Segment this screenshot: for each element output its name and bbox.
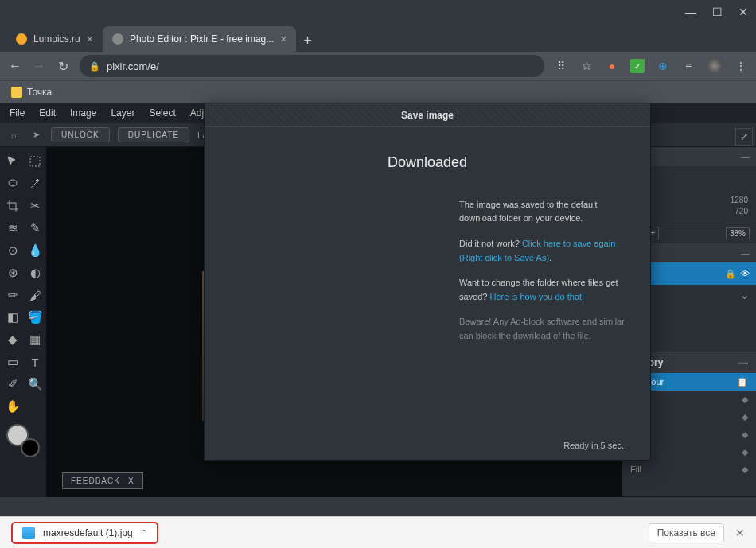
close-window-button[interactable]: ✕ [738, 6, 748, 18]
tab-lumpics[interactable]: Lumpics.ru × [6, 26, 103, 52]
avatar-icon[interactable] [707, 58, 723, 74]
maximize-button[interactable]: ☐ [712, 6, 723, 18]
dialog-heading: Downloaded [228, 151, 626, 174]
reader-icon[interactable]: ≡ [681, 59, 696, 73]
lock-icon: 🔒 [89, 61, 100, 72]
brush-tool-icon[interactable]: 🖌 [25, 286, 45, 305]
h-value: 720 [735, 207, 748, 216]
duplicate-button[interactable]: DUPLICATE [118, 127, 189, 142]
new-tab-button[interactable]: + [296, 29, 318, 52]
menu-image[interactable]: Image [70, 107, 96, 119]
text-tool-icon[interactable]: T [25, 352, 45, 371]
hand-tool-icon[interactable]: ✋ [3, 397, 22, 416]
panel-minimize-icon[interactable]: — [741, 152, 750, 161]
feedback-button[interactable]: FEEDBACK X [62, 472, 143, 489]
gradient-tool-icon[interactable]: ▦ [25, 330, 45, 349]
browser-tabs: Lumpics.ru × Photo Editor : Pixlr E - fr… [0, 24, 756, 52]
draw-tool-icon[interactable]: ✏ [3, 286, 22, 305]
address-bar: ← → ↻ 🔒 pixlr.com/e/ ⠿ ☆ ● ✓ ⊕ ≡ ⋮ [0, 52, 756, 80]
panel-expand-button[interactable]: ⤢ [735, 128, 753, 146]
blur-tool-icon[interactable]: 💧 [25, 241, 45, 260]
reload-button[interactable]: ↻ [56, 59, 70, 74]
toolbar-icons: ⠿ ☆ ● ✓ ⊕ ≡ ⋮ [554, 58, 748, 74]
pen-tool-icon[interactable]: ✎ [25, 219, 45, 238]
zoom-tool-icon[interactable]: 🔍 [25, 375, 45, 394]
dialog-warning: Beware! Any Ad-block software and simila… [459, 315, 626, 343]
menu-layer[interactable]: Layer [111, 107, 134, 119]
dialog-text: The image was saved to the default downl… [459, 198, 626, 226]
download-item[interactable]: maxresdefault (1).jpg ⌃ [11, 522, 158, 544]
menu-icon[interactable]: ⋮ [734, 59, 748, 73]
visibility-icon[interactable]: 👁 [741, 269, 750, 279]
pixlr-app: File Edit Image Layer Select Adjustm... … [0, 103, 756, 497]
bookmark-folder-icon [11, 87, 22, 98]
w-value: 1280 [731, 196, 748, 204]
crop-tool-icon[interactable] [3, 196, 22, 216]
fill-tool-icon[interactable]: 🪣 [25, 308, 45, 327]
chevron-up-icon[interactable]: ⌃ [141, 528, 147, 537]
frame-tool-icon[interactable]: ▭ [3, 352, 22, 371]
zoom-value[interactable]: 38% [726, 227, 750, 239]
panel-minimize-icon[interactable]: — [738, 357, 748, 368]
download-bar: maxresdefault (1).jpg ⌃ Показать все ✕ [0, 516, 756, 548]
back-button[interactable]: ← [8, 59, 22, 73]
home-icon[interactable]: ⌂ [6, 128, 21, 142]
shape-tool-icon[interactable]: ◆ [3, 330, 22, 349]
dialog-text: Want to change the folder where files ge… [459, 276, 626, 304]
globe-icon[interactable]: ⊕ [656, 59, 670, 73]
translate-icon[interactable]: ⠿ [554, 59, 568, 73]
show-all-button[interactable]: Показать все [649, 523, 724, 542]
extension-icon[interactable]: ● [605, 59, 619, 73]
close-downloadbar-button[interactable]: ✕ [735, 527, 745, 539]
star-icon[interactable]: ☆ [579, 59, 594, 73]
minimize-button[interactable]: — [685, 6, 696, 18]
arrow-tool-icon[interactable]: ➤ [29, 128, 43, 142]
liquify-tool-icon[interactable]: ≋ [3, 219, 22, 238]
menu-edit[interactable]: Edit [39, 107, 56, 119]
lasso-tool-icon[interactable] [3, 174, 22, 193]
clone-tool-icon[interactable]: ⊙ [3, 241, 22, 260]
tab-title: Photo Editor : Pixlr E - free imag... [130, 33, 274, 45]
move-tool-icon[interactable] [3, 152, 22, 171]
dialog-countdown: Ready in 5 sec.. [563, 441, 626, 450]
dialog-title: Save image [205, 103, 650, 127]
background-color[interactable] [21, 438, 40, 457]
eyedropper-tool-icon[interactable]: ✐ [3, 375, 22, 394]
svg-rect-0 [30, 157, 40, 166]
how-to-link[interactable]: Here is how you do that! [490, 292, 585, 301]
history-item[interactable]: Fill◆ [622, 461, 756, 478]
feedback-label: FEEDBACK [71, 476, 120, 485]
spacer [25, 397, 45, 416]
extension-icon[interactable]: ✓ [630, 59, 645, 73]
unlock-button[interactable]: UNLOCK [51, 127, 110, 142]
cut-tool-icon[interactable]: ✂ [25, 196, 45, 216]
url-input[interactable]: 🔒 pixlr.com/e/ [80, 55, 544, 77]
forward-button[interactable]: → [32, 59, 46, 73]
marquee-tool-icon[interactable] [25, 152, 45, 171]
lock-icon[interactable]: 🔒 [725, 269, 736, 279]
heal-tool-icon[interactable]: ⊛ [3, 263, 22, 282]
save-image-dialog: Save image Downloaded The image was save… [204, 103, 651, 461]
svg-point-1 [9, 180, 17, 186]
menu-select[interactable]: Select [149, 107, 175, 119]
url-text: pixlr.com/e/ [107, 60, 159, 72]
panel-minimize-icon[interactable]: — [741, 248, 750, 258]
close-tab-icon[interactable]: × [87, 33, 93, 45]
favicon-icon [16, 33, 27, 45]
wand-tool-icon[interactable] [25, 174, 45, 193]
feedback-close-icon[interactable]: X [128, 476, 134, 485]
dropdown-icon[interactable]: ⌄ [739, 287, 750, 302]
favicon-icon [112, 33, 123, 45]
color-swatch[interactable] [3, 424, 45, 459]
tab-pixlr[interactable]: Photo Editor : Pixlr E - free imag... × [103, 26, 297, 52]
file-icon [22, 527, 35, 539]
window-titlebar: — ☐ ✕ [0, 0, 756, 24]
menu-file[interactable]: File [10, 107, 25, 119]
bookmark-item[interactable]: Точка [27, 87, 52, 98]
bookmarks-bar: Точка [0, 80, 756, 103]
close-tab-icon[interactable]: × [280, 33, 286, 45]
eraser-tool-icon[interactable]: ◧ [3, 308, 22, 327]
tool-palette: ✂ ≋ ✎ ⊙ 💧 ⊛ ◐ ✏ 🖌 ◧ 🪣 ◆ ▦ ▭ T ✐ 🔍 ✋ [0, 147, 46, 497]
dodge-tool-icon[interactable]: ◐ [25, 263, 45, 282]
tab-title: Lumpics.ru [33, 33, 80, 45]
